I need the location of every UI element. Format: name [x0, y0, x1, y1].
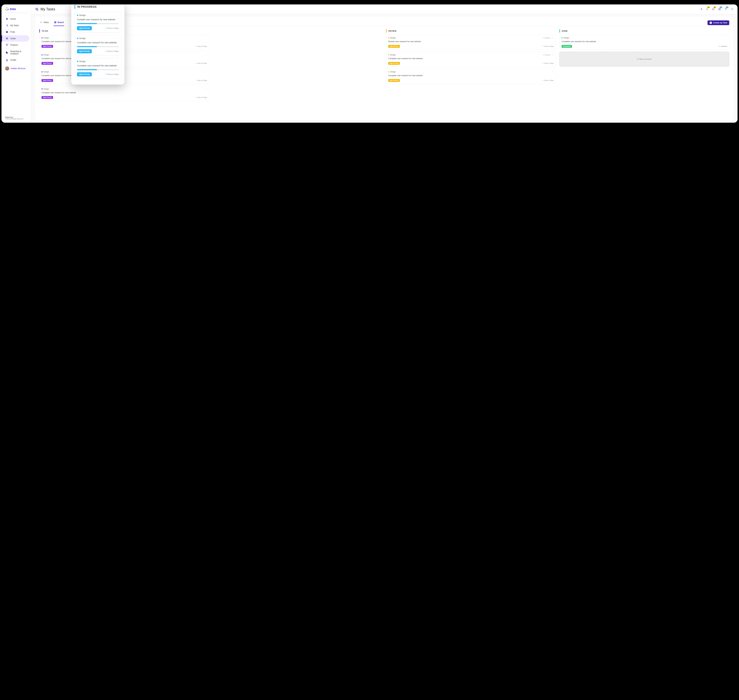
sidebar-item-label: Goals	[10, 37, 16, 40]
svg-point-5	[7, 46, 7, 46]
timer-icon: ⏱	[195, 63, 197, 64]
category-dot	[41, 54, 43, 56]
task-card[interactable]: Design+ 2 subtasks⋮ Complete user resear…	[386, 52, 556, 67]
task-card[interactable]: Design⋮ Compile user research for new we…	[75, 12, 121, 32]
logo-text: Slikk	[10, 8, 16, 11]
priority-pill: High Priority	[41, 62, 53, 65]
sidebar-footer: HaptoGroup © 2022 All Rights Reserved	[1, 116, 31, 120]
subtasks-count: + 2 subtasks	[542, 54, 550, 56]
category-dot	[388, 71, 389, 72]
current-user[interactable]: Holden McGroin	[1, 64, 31, 72]
sidebar-item-analytics[interactable]: Reporting & Analytics	[1, 49, 31, 57]
footer-company: HaptoGroup	[5, 116, 27, 118]
sidebar-item-home[interactable]: Home	[1, 16, 31, 22]
card-menu-icon[interactable]: ⋮	[205, 54, 207, 56]
sidebar-item-goals[interactable]: Goals	[1, 35, 29, 41]
task-card[interactable]: Design⋮ Complete user research for new w…	[75, 58, 121, 79]
logo-icon	[5, 7, 9, 11]
card-title: Compile user research for new website	[77, 18, 119, 21]
category-label: Design	[43, 71, 49, 73]
projects-icon	[6, 44, 8, 46]
timer-icon: ⏱	[542, 80, 544, 81]
bell-icon[interactable]: 12	[724, 8, 727, 11]
goals-icon	[6, 37, 8, 40]
logo[interactable]: Slikk	[1, 7, 31, 13]
column-inprogress-placeholder	[213, 29, 382, 118]
task-card[interactable]: Design⋮ Complete user research for new w…	[386, 69, 556, 84]
category-label: Design	[390, 37, 396, 39]
sidebar-item-projects[interactable]: Projects	[1, 42, 31, 48]
sidebar-item-label: Home	[10, 18, 16, 20]
task-card[interactable]: Design⋮ Complete user research for new w…	[39, 86, 209, 101]
gear-icon[interactable]	[730, 8, 733, 11]
main: My Tasks + 40 40 12 12	[31, 4, 738, 123]
due-label: ⏱Due in 4 Days	[105, 50, 119, 52]
create-task-button[interactable]: + Create my Task	[708, 21, 729, 25]
sidebar-item-profile[interactable]: Profile	[1, 57, 31, 63]
card-menu-icon[interactable]: ⋮	[117, 14, 119, 16]
sidebar-item-pods[interactable]: Pods	[1, 29, 31, 35]
card-menu-icon[interactable]: ⋮	[552, 37, 554, 39]
column-done: DONE Design⋮ Complete user research for …	[560, 29, 729, 118]
category-label: Design	[79, 37, 86, 40]
card-menu-icon[interactable]: ⋮	[117, 37, 119, 40]
card-title: Complete user research for new website	[562, 40, 727, 43]
tab-tasks[interactable]: Tasks	[39, 19, 49, 26]
footer-rights: © 2022 All Rights Reserved	[5, 118, 27, 120]
profile-icon	[6, 59, 8, 61]
tab-board[interactable]: Board	[53, 19, 64, 26]
svg-rect-10	[54, 21, 55, 22]
pods-icon	[6, 31, 8, 33]
badge: 40	[707, 6, 710, 8]
column-accent	[560, 29, 560, 33]
category-dot	[77, 38, 78, 39]
sidebar-item-label: Reporting & Analytics	[10, 50, 27, 55]
task-card[interactable]: Design⋮ Complete user research for new w…	[560, 35, 729, 50]
card-menu-icon[interactable]: ⋮	[205, 37, 207, 39]
priority-pill: High Priority	[41, 45, 53, 48]
popover-title: IN PROGRESS	[77, 5, 97, 9]
star-icon[interactable]: 40	[705, 8, 708, 11]
task-card[interactable]: Design⋮ Complete user research for new w…	[75, 35, 121, 56]
badge: 12	[720, 6, 722, 8]
category-dot	[77, 15, 78, 16]
card-menu-icon[interactable]: ⋮	[117, 60, 119, 63]
sidebar-item-mytasks[interactable]: My Tasks	[1, 22, 31, 28]
sidebar-item-label: My Tasks	[10, 24, 19, 26]
svg-rect-13	[55, 22, 56, 23]
calendar-icon[interactable]: 12	[718, 8, 721, 11]
tasks-icon	[35, 7, 38, 11]
category-dot	[41, 88, 43, 90]
card-menu-icon[interactable]: ⋮	[552, 54, 554, 56]
content: Tasks Board + Create my Task	[31, 14, 738, 123]
column-title: REVIEW	[388, 30, 397, 32]
category-label: Design	[390, 54, 396, 56]
category-label: Design	[390, 71, 396, 73]
card-title: Complete user research for new website	[41, 91, 207, 94]
tab-label: Tasks	[43, 21, 49, 24]
task-card[interactable]: Design+ 2 subtasks⋮ Review user research…	[386, 35, 556, 50]
column-header: DONE	[560, 29, 729, 33]
status-pill: Completed	[562, 45, 572, 48]
list-icon	[40, 21, 42, 24]
category-dot	[388, 54, 389, 56]
add-icon[interactable]: +	[701, 7, 702, 11]
svg-rect-9	[718, 8, 721, 9]
card-menu-icon[interactable]: ⋮	[725, 37, 727, 39]
card-menu-icon[interactable]: ⋮	[552, 71, 554, 73]
sidebar-item-label: Profile	[10, 59, 16, 61]
user-name: Holden McGroin	[11, 67, 26, 70]
popover-header: IN PROGRESS	[75, 5, 121, 9]
card-menu-icon[interactable]: ⋮	[205, 88, 207, 90]
move-icon: ⧉	[637, 58, 638, 60]
priority-pill: High Priority	[388, 62, 400, 65]
card-menu-icon[interactable]: ⋮	[205, 71, 207, 73]
drop-zone[interactable]: ⧉ Move card here	[560, 52, 729, 66]
mail-icon[interactable]: 40	[712, 8, 715, 11]
due-label: ⏱Due in 4 Days	[195, 46, 207, 47]
category-label: Design	[43, 37, 49, 39]
sidebar-item-label: Projects	[10, 44, 18, 46]
progress-bar	[77, 69, 119, 70]
due-label: ⏱Due in 4 Days	[542, 80, 554, 81]
home-icon	[6, 18, 8, 20]
